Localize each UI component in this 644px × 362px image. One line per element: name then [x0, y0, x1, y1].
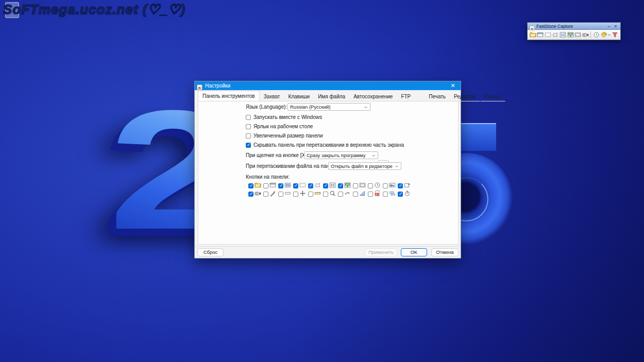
checkbox-icon[interactable]	[338, 192, 343, 197]
checkbox-icon[interactable]	[383, 183, 388, 188]
drag-file-behavior-select[interactable]: Открыть файл в редакторе	[328, 162, 401, 170]
panel-button-option[interactable]	[353, 190, 368, 198]
panel-button-option[interactable]	[368, 190, 383, 198]
capture-window-icon[interactable]	[537, 31, 545, 39]
panel-button-option[interactable]	[353, 182, 368, 189]
tab-автосохранение[interactable]: Автосохранение	[349, 92, 397, 101]
capture-fixed-region-icon[interactable]	[574, 31, 582, 39]
panel-button-option[interactable]	[308, 182, 323, 189]
apply-button: Применить	[365, 248, 397, 256]
panel-button-option[interactable]	[278, 182, 293, 189]
panel-button-option[interactable]	[278, 190, 293, 198]
close-button[interactable]: ×	[613, 23, 618, 29]
reset-button[interactable]: Сброс	[197, 248, 224, 256]
close-button-behavior-select[interactable]: Сразу закрыть программу	[304, 151, 378, 159]
language-label: Язык (Language):	[246, 104, 287, 110]
delay-capture-icon[interactable]	[592, 31, 600, 39]
checkbox-icon[interactable]	[323, 192, 328, 197]
tab-печать[interactable]: Печать	[425, 92, 450, 101]
chevron-down-icon	[395, 164, 399, 168]
settings-dialog[interactable]: Настройки ✕ Панель инструментовЗахватКла…	[194, 81, 461, 258]
checkbox-icon[interactable]	[368, 192, 373, 197]
checkbox-icon[interactable]	[338, 183, 343, 188]
checkbox-icon[interactable]	[248, 192, 253, 197]
option-row[interactable]: Ярлык на рабочем столе	[246, 124, 313, 129]
checkbox-icon[interactable]	[368, 183, 373, 188]
capture-rectangle-icon[interactable]	[544, 31, 552, 39]
panel-button-option[interactable]	[323, 182, 338, 189]
panel-button-option[interactable]	[398, 182, 413, 189]
panel-button-option[interactable]	[263, 190, 278, 198]
checkbox-icon[interactable]	[246, 115, 251, 120]
capture-scrolling-icon	[344, 182, 351, 189]
capture-fullscreen-icon[interactable]	[559, 31, 567, 39]
tab-захват[interactable]: Захват	[260, 92, 284, 101]
panel-button-option[interactable]	[323, 190, 338, 198]
open-file-icon[interactable]	[529, 31, 537, 39]
option-label: Скрывать панель при перетаскивании в вер…	[253, 142, 404, 148]
cancel-button[interactable]: Отмена	[431, 248, 459, 256]
checkbox-icon[interactable]	[278, 192, 283, 197]
tab-редактор[interactable]: Редактор	[450, 92, 480, 101]
option-label: Увеличенный размер панели	[253, 133, 323, 139]
checkbox-icon[interactable]	[278, 183, 283, 188]
checkbox-icon[interactable]	[383, 192, 388, 197]
checkbox-icon[interactable]	[248, 183, 253, 188]
panel-button-option[interactable]	[383, 182, 398, 189]
checkbox-icon[interactable]	[263, 192, 268, 197]
ok-button[interactable]: OK	[401, 248, 427, 256]
capture-freehand-icon[interactable]	[552, 31, 560, 39]
panel-buttons-row-2	[248, 190, 413, 198]
checkbox-icon[interactable]	[246, 143, 251, 148]
checkbox-icon[interactable]	[246, 133, 251, 139]
option-row[interactable]: Скрывать панель при перетаскивании в вер…	[246, 142, 404, 148]
tab-клавиши[interactable]: Клавиши	[284, 92, 314, 101]
faststone-capture-window[interactable]: FastStone Capture – ×	[527, 22, 621, 40]
chevron-down-icon[interactable]	[607, 31, 611, 38]
panel-button-option[interactable]	[338, 190, 353, 198]
checkbox-icon[interactable]	[293, 183, 298, 188]
checkbox-icon[interactable]	[353, 183, 358, 188]
panel-button-option[interactable]	[308, 190, 323, 198]
checkbox-icon[interactable]	[323, 183, 328, 188]
option-row[interactable]: Увеличенный размер панели	[246, 133, 323, 139]
checkbox-icon[interactable]	[308, 192, 313, 197]
panel-button-option[interactable]	[398, 190, 413, 198]
panel-button-option[interactable]	[263, 182, 278, 189]
tab-ftp[interactable]: FTP	[397, 92, 425, 101]
checkbox-icon[interactable]	[246, 124, 251, 129]
dialog-title-bar[interactable]: Настройки ✕	[195, 81, 461, 90]
checkbox-icon[interactable]	[293, 192, 298, 197]
tab-панель-инструментов[interactable]: Панель инструментов	[198, 91, 260, 101]
checkbox-icon[interactable]	[353, 192, 358, 197]
faststone-title: FastStone Capture	[536, 24, 605, 29]
option-row[interactable]: Запускать вместе с Windows	[246, 114, 322, 120]
dialog-close-icon[interactable]: ✕	[445, 81, 461, 90]
checkbox-icon[interactable]	[398, 192, 403, 197]
panel-button-option[interactable]	[248, 190, 263, 198]
tab-разное[interactable]: Разное	[480, 92, 505, 101]
menu-funnel-icon[interactable]	[611, 31, 619, 39]
panel-button-option[interactable]	[248, 182, 263, 189]
checkbox-icon[interactable]	[263, 183, 268, 188]
settings-palette-icon[interactable]	[600, 31, 608, 39]
minimize-button[interactable]: –	[606, 23, 612, 29]
panel-button-option[interactable]	[338, 182, 353, 189]
screen-recorder-icon[interactable]	[582, 31, 589, 39]
panel-button-option[interactable]	[293, 190, 308, 198]
panel-buttons-label: Кнопки на панели:	[246, 174, 290, 180]
language-select[interactable]: Russian (Русский)	[287, 103, 370, 111]
checkbox-icon[interactable]	[398, 183, 403, 188]
capture-freehand-icon	[314, 182, 321, 189]
faststone-title-bar[interactable]: FastStone Capture – ×	[528, 23, 620, 30]
pdf-export-icon	[374, 190, 381, 198]
capture-scrolling-icon[interactable]	[567, 31, 574, 39]
panel-button-option[interactable]	[383, 190, 398, 198]
toolbar-separator	[590, 31, 591, 38]
checkbox-icon[interactable]	[308, 183, 313, 188]
panel-button-option[interactable]	[368, 182, 383, 189]
faststone-logo-icon	[197, 83, 202, 89]
screen-recorder-icon	[255, 190, 261, 198]
panel-button-option[interactable]	[293, 182, 308, 189]
tab-имя-файла[interactable]: Имя файла	[314, 92, 349, 101]
